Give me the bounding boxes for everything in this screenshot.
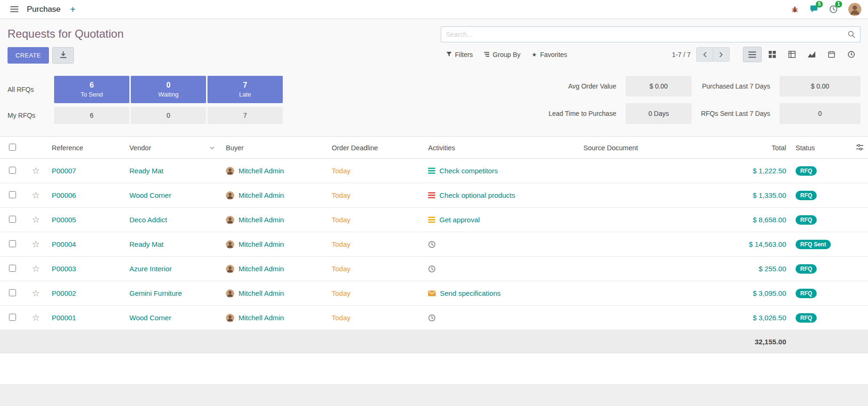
reference-link[interactable]: P00007 [52,167,76,175]
reference-link[interactable]: P00005 [52,216,76,224]
clock-icon[interactable] [428,241,436,248]
filters-button[interactable]: Filters [441,47,478,62]
search-icon[interactable] [848,31,855,38]
vendor-link[interactable]: Deco Addict [129,216,167,224]
row-checkbox[interactable] [9,240,16,247]
row-checkbox[interactable] [9,216,16,223]
reference-link[interactable]: P00002 [52,289,76,297]
buyer-link[interactable]: Mitchell Admin [239,216,284,224]
kpi-my-waiting[interactable]: 0 [131,107,206,124]
tasks-yellow-icon[interactable] [428,217,435,223]
purchased-last-7-days[interactable]: $ 0.00 [780,76,860,97]
rfqs-sent-last-7-days[interactable]: 0 [780,103,860,124]
avg-order-value[interactable]: $ 0.00 [626,76,692,97]
column-header-source-document[interactable]: Source Document [579,137,720,159]
reference-link[interactable]: P00004 [52,240,76,248]
activity-label[interactable]: Check competitors [439,167,498,175]
buyer-link[interactable]: Mitchell Admin [239,289,284,297]
create-button[interactable]: CREATE [8,47,49,64]
vendor-link[interactable]: Wood Corner [129,314,171,322]
kpi-my-to-send[interactable]: 6 [54,107,129,124]
lead-time-value[interactable]: 0 Days [626,103,692,124]
search-input[interactable] [446,31,848,38]
calendar-view-icon[interactable] [822,47,841,62]
user-avatar[interactable] [848,3,861,16]
activity-label[interactable]: Check optional products [439,191,515,199]
table-row[interactable]: ☆ P00002 Gemini Furniture Mitchell Admin… [0,281,868,306]
row-checkbox[interactable] [9,191,16,198]
table-row[interactable]: ☆ P00007 Ready Mat Mitchell Admin Today … [0,159,868,183]
row-checkbox[interactable] [9,314,16,321]
graph-view-icon[interactable] [802,47,821,62]
table-row[interactable]: ☆ P00001 Wood Corner Mitchell Admin Toda… [0,306,868,330]
activity-label[interactable]: Get approval [439,216,480,224]
vendor-link[interactable]: Gemini Furniture [129,289,182,297]
buyer-link[interactable]: Mitchell Admin [239,265,284,273]
kpi-to-send[interactable]: 6 To Send [54,76,129,103]
clock-icon[interactable] [428,314,436,322]
kpi-my-late[interactable]: 7 [207,107,283,124]
order-deadline-text: Today [332,289,350,297]
column-header-reference[interactable]: Reference [47,137,125,159]
favorite-star-icon[interactable]: ☆ [32,313,40,322]
favorite-star-icon[interactable]: ☆ [32,215,40,224]
list-view-icon[interactable] [743,47,762,62]
vendor-link[interactable]: Azure Interior [129,265,172,273]
kpi-late[interactable]: 7 Late [207,76,283,103]
select-all-checkbox[interactable] [9,144,16,151]
favorite-star-icon[interactable]: ☆ [32,240,40,249]
kanban-view-icon[interactable] [763,47,781,62]
table-row[interactable]: ☆ P00006 Wood Corner Mitchell Admin Toda… [0,183,868,208]
messages-count-badge: 5 [816,1,823,8]
messages-icon[interactable]: 5 [804,3,823,16]
table-row[interactable]: ☆ P00005 Deco Addict Mitchell Admin Toda… [0,208,868,232]
app-name[interactable]: Purchase [23,5,64,14]
apps-menu-icon[interactable] [7,3,22,15]
vendor-link[interactable]: Wood Corner [129,191,171,199]
column-header-total[interactable]: Total [720,137,791,159]
row-checkbox[interactable] [9,289,16,296]
pager-previous-button[interactable] [696,47,713,62]
plus-icon[interactable]: + [65,5,80,14]
reference-link[interactable]: P00006 [52,191,76,199]
reference-link[interactable]: P00003 [52,265,76,273]
favorites-button[interactable]: ★ Favorites [526,47,573,62]
activities-icon[interactable]: 1 [824,3,843,16]
pivot-view-icon[interactable] [782,47,801,62]
buyer-link[interactable]: Mitchell Admin [239,314,284,322]
pager-next-button[interactable] [713,47,730,62]
tasks-red-icon[interactable] [428,192,435,198]
group-by-button[interactable]: Group By [478,47,526,62]
favorite-star-icon[interactable]: ☆ [32,264,40,273]
table-row[interactable]: ☆ P00003 Azure Interior Mitchell Admin T… [0,257,868,281]
column-header-status[interactable]: Status [791,137,844,159]
export-button[interactable] [52,47,74,64]
vendor-link[interactable]: Ready Mat [129,167,164,175]
total-amount: $ 3,026.50 [753,314,786,322]
column-header-buyer[interactable]: Buyer [221,137,327,159]
kpi-waiting[interactable]: 0 Waiting [131,76,206,103]
rfqs-sent-last-7-days-label: RFQs Sent Last 7 Days [701,110,770,117]
column-header-order-deadline[interactable]: Order Deadline [327,137,423,159]
buyer-link[interactable]: Mitchell Admin [239,191,284,199]
favorite-star-icon[interactable]: ☆ [32,191,40,200]
bug-icon[interactable] [786,3,804,16]
activity-label[interactable]: Send specifications [440,289,501,297]
favorite-star-icon[interactable]: ☆ [32,289,40,298]
vendor-link[interactable]: Ready Mat [129,240,164,248]
row-checkbox[interactable] [9,167,16,174]
tasks-teal-icon[interactable] [428,168,435,174]
reference-link[interactable]: P00001 [52,314,76,322]
mail-icon[interactable] [428,291,436,296]
buyer-avatar [226,216,234,224]
column-header-vendor[interactable]: Vendor [125,137,221,159]
clock-icon[interactable] [428,265,436,273]
buyer-link[interactable]: Mitchell Admin [239,167,284,175]
favorite-star-icon[interactable]: ☆ [32,166,40,175]
column-header-activities[interactable]: Activities [423,137,579,159]
column-options-icon[interactable] [856,144,863,151]
buyer-link[interactable]: Mitchell Admin [239,240,284,248]
row-checkbox[interactable] [9,265,16,272]
table-row[interactable]: ☆ P00004 Ready Mat Mitchell Admin Today … [0,232,868,257]
activity-view-icon[interactable] [842,47,860,62]
